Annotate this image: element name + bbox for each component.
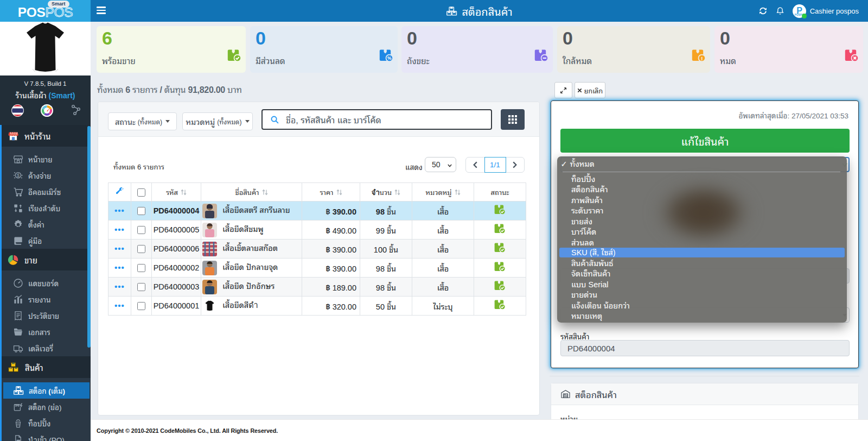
svg-text:%: % — [387, 55, 392, 61]
svg-text:!: ! — [701, 55, 703, 61]
svg-text:$: $ — [17, 172, 20, 178]
